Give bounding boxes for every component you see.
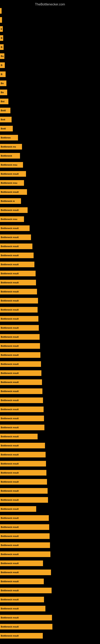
bar-row-43: Bottleneck result [0,398,43,403]
bar-label-11: Bottl [1,109,6,112]
bar-label-24: Bottleneck result [1,227,19,230]
bar-row-38: Bottleneck result [0,352,40,358]
bar-65: Bottleneck result [0,597,44,602]
bar-row-4: B [0,44,3,50]
bar-label-5: Bo [1,55,3,57]
bar-row-36: Bottleneck result [0,334,40,340]
bar-row-46: Bottleneck result [0,425,44,430]
bar-row-25: Bottleneck result [0,234,31,240]
bar-label-29: Bottleneck result [1,272,19,275]
bar-30: Bottleneck result [0,280,36,285]
bar-row-65: Bottleneck result [0,597,44,602]
bar-label-7: B [1,73,2,76]
bar-label-9: Bo [1,91,4,94]
bar-21: Bottleneck re [0,198,21,204]
bar-row-35: Bottleneck result [0,325,39,331]
bar-row-58: Bottleneck result [0,533,50,539]
bar-7: B [0,72,6,77]
bar-label-20: Bottleneck result [1,191,19,193]
bar-label-49: Bottleneck result [1,454,19,456]
bar-57: Bottleneck result [0,524,49,530]
bar-67: Bottleneck result [0,615,52,620]
bar-row-11: Bottl [0,108,10,113]
bar-row-5: Bo [0,53,4,59]
bar-row-57: Bottleneck result [0,524,49,530]
bar-row-17: Bottleneck resu [0,162,23,168]
bar-18: Bottleneck result [0,171,26,177]
bar-69: Bottleneck result [0,633,43,638]
bar-row-66: Bottleneck result [0,606,46,612]
bar-label-38: Bottleneck result [1,354,19,356]
bar-label-14: Bottlenec [1,136,11,139]
bar-row-34: Bottleneck result [0,316,38,322]
bar-row-26: Bottleneck result [0,244,32,249]
site-title: TheBottlenecker.com [0,1,100,8]
bar-35: Bottleneck result [0,325,39,331]
bar-9: Bo [0,90,7,95]
bar-label-21: Bottleneck re [1,200,15,202]
bar-label-27: Bottleneck result [1,254,19,256]
bar-row-51: Bottleneck result [0,470,47,476]
bar-36: Bottleneck result [0,334,40,340]
bar-row-62: Bottleneck result [0,570,51,575]
bar-row-8: Bo [0,80,6,86]
bar-37: Bottleneck result [0,343,40,349]
bar-60: Bottleneck result [0,552,50,557]
bar-label-22: Bottleneck result [1,209,19,211]
bar-label-54: Bottleneck result [1,499,19,501]
bar-row-48: Bottleneck result [0,443,45,448]
bar-label-31: Bottleneck result [1,290,19,293]
bar-28: Bottleneck result [0,262,34,267]
bar-54: Bottleneck result [0,497,48,503]
bar-row-16: Bottleneck [0,153,20,158]
bar-row-18: Bottleneck result [0,171,26,177]
bar-46: Bottleneck result [0,425,44,430]
bar-56: Bottleneck result [0,515,49,521]
bar-52: Bottleneck result [0,479,47,484]
bar-label-3: B [1,37,2,39]
bar-label-26: Bottleneck result [1,245,19,248]
bar-row-22: Bottleneck result [0,207,28,213]
bar-label-33: Bottleneck result [1,308,19,311]
bar-38: Bottleneck result [0,352,40,358]
bar-label-43: Bottleneck result [1,399,19,402]
bar-row-63: Bottleneck result [0,578,44,584]
bar-2: E [0,26,3,32]
bar-8: Bo [0,80,6,86]
bar-63: Bottleneck result [0,578,44,584]
bar-row-10: Bot [0,98,8,104]
bar-row-9: Bo [0,90,7,95]
bar-label-6: B [1,64,2,66]
bar-label-15: Bottleneck res [1,146,16,148]
bar-row-3: B [0,35,3,41]
bar-label-17: Bottleneck resu [1,164,17,166]
bar-label-42: Bottleneck result [1,390,19,392]
bar-27: Bottleneck result [0,252,34,258]
bar-label-61: Bottleneck result [1,562,19,564]
bar-row-64: Bottleneck result [0,588,51,593]
bar-4: B [0,44,3,50]
bar-row-55: Bottleneck result [0,506,36,512]
bar-label-39: Bottleneck result [1,363,19,365]
bar-62: Bottleneck result [0,570,51,575]
bar-row-50: Bottleneck result [0,461,46,466]
bar-45: Bottleneck result [0,416,44,421]
bar-label-32: Bottleneck result [1,300,19,302]
bar-row-39: Bottleneck result [0,361,41,367]
bar-44: Bottleneck result [0,406,44,412]
bar-label-2: E [1,28,2,30]
bar-label-36: Bottleneck result [1,336,19,338]
bar-row-69: Bottleneck result [0,633,43,638]
bar-row-20: Bottleneck result [0,189,27,195]
bar-label-13: Bottl [1,128,6,130]
bar-row-14: Bottlenec [0,135,18,140]
bar-68: Bottleneck result [0,624,52,630]
bar-label-52: Bottleneck result [1,480,19,483]
bar-6: B [0,62,5,68]
bar-label-37: Bottleneck result [1,345,19,347]
bar-row-13: Bottl [0,126,13,132]
bar-29: Bottleneck result [0,271,36,276]
bar-row-7: B [0,72,6,77]
bar-row-2: E [0,26,3,32]
bar-row-21: Bottleneck re [0,198,21,204]
